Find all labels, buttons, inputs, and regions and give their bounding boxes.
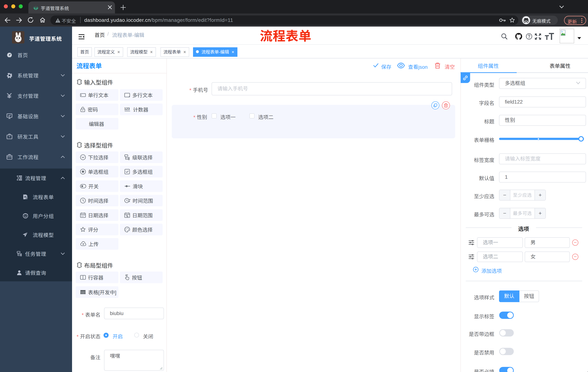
svg-text:123: 123 <box>124 107 130 111</box>
